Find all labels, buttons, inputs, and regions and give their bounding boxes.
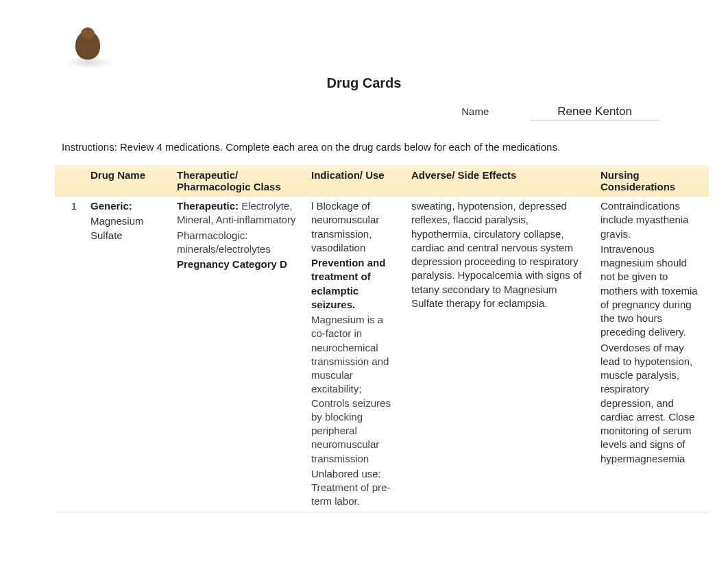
indication-mechanism: Magnesium is a co-factor in neurochemica… (311, 313, 400, 466)
col-num-header (55, 165, 85, 197)
col-drug-header: Drug Name (85, 165, 171, 197)
nursing-b: Intravenous magnesium should not be give… (600, 242, 703, 340)
cell-adverse: sweating, hypotension, depressed reflexe… (406, 197, 595, 512)
indication-prevention: Prevention and treatment of eclamptic se… (311, 256, 400, 312)
cell-indication: l Blockage of neuromuscular transmission… (306, 197, 406, 512)
row-number: 1 (55, 197, 85, 512)
col-indication-header: Indication/ Use (306, 165, 406, 197)
nursing-a: Contraindications include myasthenia gra… (600, 200, 688, 240)
indication-block: l Blockage of neuromuscular transmission… (311, 200, 379, 253)
col-adverse-header: Adverse/ Side Effects (406, 165, 595, 197)
col-class-header: Therapeutic/ Pharmacologic Class (171, 165, 306, 197)
name-row: Name Renee Kenton (55, 105, 673, 121)
instructions: Instructions: Review 4 medications. Comp… (62, 141, 673, 153)
nursing-c: Overdoses of may lead to hypotension, mu… (600, 341, 703, 466)
drug-table: Drug Name Therapeutic/ Pharmacologic Cla… (55, 165, 709, 513)
table-row: 1 Generic: Magnesium Sulfate Therapeutic… (55, 197, 709, 512)
drug-generic-value: Magnesium Sulfate (90, 214, 166, 242)
cell-nursing: Contraindications include myasthenia gra… (595, 197, 709, 512)
indication-unlabored-value: Treatment of pre-term labor. (311, 481, 390, 507)
col-nursing-header: Nursing Considerations (595, 165, 709, 197)
drug-generic-label: Generic: (90, 200, 132, 212)
logo (62, 27, 117, 68)
class-pharm-label: Pharmacologic: (177, 229, 300, 242)
indication-unlabored-label: Unlabored use: (311, 467, 400, 481)
name-value: Renee Kenton (530, 105, 659, 121)
table-header-row: Drug Name Therapeutic/ Pharmacologic Cla… (55, 165, 709, 197)
cell-drug-name: Generic: Magnesium Sulfate (85, 197, 171, 512)
adverse-text: sweating, hypotension, depressed reflexe… (411, 200, 581, 309)
class-ther-label: Therapeutic: (177, 200, 239, 212)
page-title: Drug Cards (55, 75, 673, 91)
class-pregnancy: Pregnancy Category D (177, 258, 300, 271)
name-label: Name (461, 105, 489, 117)
class-pharm-value: minerals/electrolytes (177, 243, 271, 255)
cell-class: Therapeutic: Electrolyte, Mineral, Anti-… (171, 197, 306, 512)
